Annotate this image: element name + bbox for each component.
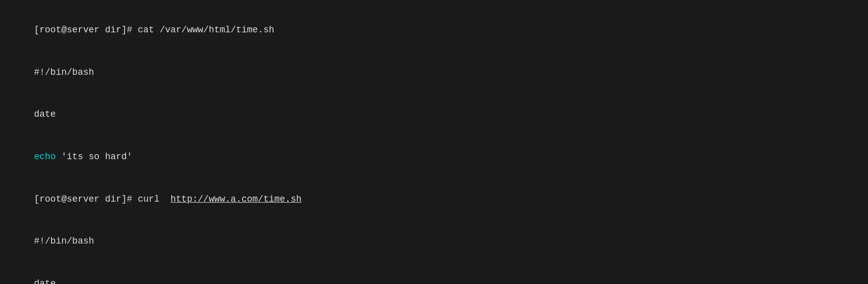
terminal-line-6: #!/bin/bash xyxy=(12,220,856,263)
terminal-line-5: [root@server dir]# curl http://www.a.com… xyxy=(12,178,856,221)
terminal-line-7: date xyxy=(12,263,856,284)
line2-text: #!/bin/bash xyxy=(34,67,94,77)
line4-echo: echo xyxy=(34,152,56,162)
terminal-line-4: echo 'its so hard' xyxy=(12,136,856,178)
terminal-line-1: [root@server dir]# cat /var/www/html/tim… xyxy=(12,9,856,52)
line5-url: http://www.a.com/time.sh xyxy=(170,194,301,204)
line7-text: date xyxy=(34,278,56,284)
line6-text: #!/bin/bash xyxy=(34,236,94,246)
line4-rest: 'its so hard' xyxy=(56,152,132,162)
terminal-window[interactable]: [root@server dir]# cat /var/www/html/tim… xyxy=(12,9,856,284)
line5-prompt: [root@server dir]# curl xyxy=(34,194,170,204)
terminal-line-3: date xyxy=(12,93,856,136)
terminal-line-2: #!/bin/bash xyxy=(12,52,856,94)
line3-text: date xyxy=(34,109,56,119)
line1-text: [root@server dir]# cat /var/www/html/tim… xyxy=(34,25,274,35)
